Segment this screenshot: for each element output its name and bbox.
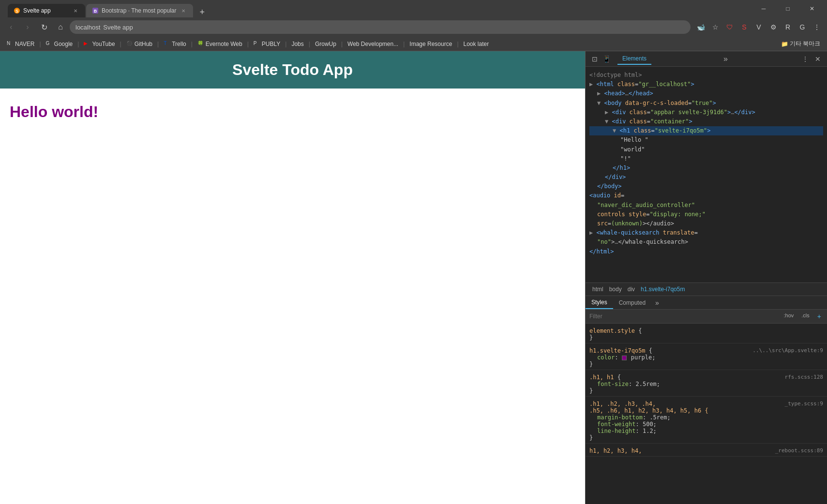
css-prop-fontsize[interactable]: font-size: 2.5rem; (589, 381, 823, 387)
bookmark-evernote-label: Evernote Web (206, 41, 242, 47)
tree-line-html[interactable]: ▶ <html class="gr__localhost"> (589, 80, 823, 89)
filter-input[interactable] (589, 313, 782, 320)
css-prop-font-weight[interactable]: font-weight: 500; (589, 421, 823, 428)
tree-line-audio[interactable]: <audio id= (589, 191, 823, 200)
filter-add[interactable]: + (815, 311, 823, 321)
bookmark-github[interactable]: ⚫ GitHub (123, 40, 155, 48)
forward-button[interactable]: › (20, 20, 35, 34)
breadcrumb-div[interactable]: div (625, 286, 638, 293)
bookmark-sep-5: | (191, 41, 193, 47)
bookmark-naver[interactable]: N NAVER (4, 40, 37, 48)
bookmark-image[interactable]: Image Resource (406, 40, 455, 48)
breadcrumb-body[interactable]: body (606, 286, 625, 293)
bookmark-jobs-label: Jobs (291, 41, 303, 47)
bookmark-google-favicon: G (46, 41, 53, 47)
bookmark-sep-10: | (403, 41, 405, 47)
extension2-icon[interactable]: S (738, 21, 751, 33)
css-close-h1-svelte: } (589, 361, 823, 368)
tab-bootstrap[interactable]: B Bootstrap · The most popular ✕ (86, 4, 193, 17)
minimize-button[interactable]: ─ (752, 1, 775, 16)
tree-line-head[interactable]: ▶ <head>…</head> (589, 89, 823, 98)
bookmark-youtube-label: YouTube (92, 41, 115, 47)
bookmark-trello[interactable]: T Trello (161, 40, 189, 48)
filter-hov[interactable]: :hov (782, 311, 796, 321)
tree-line-body[interactable]: ▼ <body data-gr-c-s-loaded="true"> (589, 99, 823, 108)
tree-line-exclaim: "!" (589, 154, 823, 163)
back-button[interactable]: ‹ (4, 20, 18, 34)
css-selector-h1-generic[interactable]: .h1, h1 rfs.scss:128 { (589, 374, 823, 381)
close-button[interactable]: ✕ (801, 1, 823, 16)
css-prop-line-height[interactable]: line-height: 1.2; (589, 428, 823, 434)
bookmark-sep-7: | (285, 41, 286, 47)
bookmark-webdev[interactable]: Web Developmen... (345, 40, 401, 48)
app-title: Svelte Todo App (232, 61, 353, 79)
extension3-icon[interactable]: V (752, 21, 765, 33)
bookmark-sep-9: | (341, 41, 343, 47)
devtools-device-icon[interactable]: 📱 (601, 54, 612, 64)
devtools-inspect-icon[interactable]: ⊡ (589, 54, 600, 64)
extension5-icon[interactable]: R (782, 21, 794, 33)
window-controls: ─ □ ✕ (752, 1, 823, 16)
css-selector-h1-svelte[interactable]: h1.svelte-i7qo5m ..\..\src\App.svelte:9 … (589, 347, 823, 354)
hello-world-heading: Hello world! (10, 103, 575, 121)
tree-line-h1[interactable]: ▼ <h1 class="svelte-i7qo5m"> (589, 126, 823, 135)
bookmark-jobs[interactable]: Jobs (288, 40, 306, 48)
extension6-icon[interactable]: G (796, 21, 809, 33)
bookmark-looklater[interactable]: Look later (461, 40, 492, 48)
app-body: Hello world! (0, 89, 585, 504)
breadcrumb-h1[interactable]: h1.svelte-i7qo5m (638, 286, 688, 293)
tab-bootstrap-close[interactable]: ✕ (180, 7, 187, 15)
tree-line-container[interactable]: ▼ <div class="container"> (589, 117, 823, 126)
home-button[interactable]: ⌂ (53, 20, 68, 34)
tree-line-container-close: </div> (589, 173, 823, 182)
tree-line-hello: "Hello " (589, 135, 823, 145)
tab-svelte-close[interactable]: ✕ (72, 7, 79, 15)
tree-line-audio-src: src=(unknown)></audio> (589, 219, 823, 228)
bookmark-etc[interactable]: 📁 기타 북마크 (778, 39, 823, 49)
tab-computed[interactable]: Computed (613, 296, 651, 309)
tree-line-audio-id: "naver_dic_audio_controller" (589, 201, 823, 210)
new-tab-button[interactable]: + (196, 7, 209, 17)
devtools-more-tabs[interactable]: » (723, 55, 728, 63)
css-selector-h1-h2[interactable]: h1, h2, h3, h4, _reboot.scss:89 (589, 447, 823, 454)
extension1-icon[interactable]: 🛡 (723, 21, 736, 33)
filter-cls[interactable]: .cls (799, 311, 812, 321)
css-prop-color[interactable]: color: purple; (589, 354, 823, 361)
extension4-icon[interactable]: ⚙ (767, 21, 780, 33)
address-bar[interactable]: localhost Svelte app (70, 20, 691, 34)
css-selector-headings[interactable]: .h1, .h2, .h3, .h4, _type.scss:9 (589, 400, 823, 407)
bookmark-trello-label: Trello (172, 41, 186, 47)
bookmark-google[interactable]: G Google (43, 40, 76, 48)
bookmark-trello-favicon: T (164, 41, 170, 47)
tab-svelte[interactable]: S Svelte app ✕ (8, 4, 85, 17)
devtools-elements-tab[interactable]: Elements (617, 53, 651, 65)
maximize-button[interactable]: □ (777, 1, 799, 16)
devtools-settings-icon[interactable]: ⋮ (800, 54, 811, 64)
styles-panel: Styles Computed » :hov .cls + e (586, 296, 827, 504)
star-icon[interactable]: ☆ (709, 21, 722, 33)
bookmark-evernote[interactable]: 🍀 Evernote Web (195, 40, 245, 48)
css-prop-margin-bottom[interactable]: margin-bottom: .5rem; (589, 414, 823, 421)
styles-tabs-more[interactable]: » (651, 299, 663, 307)
devtools-close-icon[interactable]: ✕ (812, 54, 823, 64)
bookmark-publy[interactable]: P PUBLY (251, 40, 283, 48)
tree-line-world: "world" (589, 145, 823, 154)
bookmark-youtube[interactable]: ▶ YouTube (81, 40, 118, 48)
tree-line-appbar[interactable]: ▶ <div class="appbar svelte-3j91d6">…</d… (589, 108, 823, 117)
tree-line-whale[interactable]: ▶ <whale-quicksearch translate= (589, 228, 823, 237)
bookmark-etc-label: 기타 북마크 (790, 40, 820, 48)
tab-svelte-title: Svelte app (23, 7, 51, 14)
elements-tree[interactable]: <!doctype html> ▶ <html class="gr__local… (586, 67, 827, 282)
devtools-toggle-icon[interactable]: ⋮ (811, 21, 823, 33)
css-selector-element[interactable]: element.style { (589, 327, 823, 334)
whale-icon[interactable]: 🐋 (694, 21, 707, 33)
bookmark-growup[interactable]: GrowUp (312, 40, 339, 48)
breadcrumb-html[interactable]: html (589, 286, 606, 293)
bookmark-publy-label: PUBLY (262, 41, 280, 47)
refresh-button[interactable]: ↻ (37, 20, 51, 34)
bookmark-sep-3: | (120, 41, 121, 47)
css-rule-h1-h2: h1, h2, h3, h4, _reboot.scss:89 (586, 445, 827, 457)
tree-line-html-close: </html> (589, 247, 823, 256)
tab-styles[interactable]: Styles (586, 296, 613, 309)
css-rule-h1-svelte: h1.svelte-i7qo5m ..\..\src\App.svelte:9 … (586, 345, 827, 370)
